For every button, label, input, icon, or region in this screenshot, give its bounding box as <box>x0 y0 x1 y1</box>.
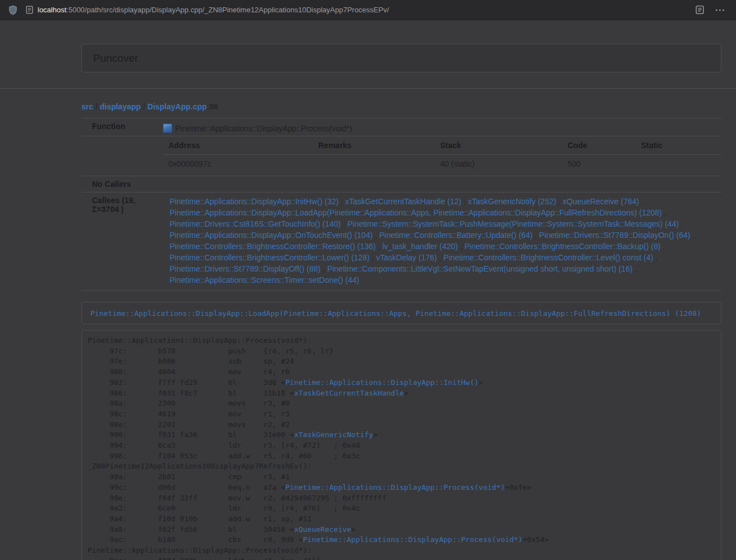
code-line: 986: f031 f8c7 bl 31b18 <xTaskGetCurrent… <box>88 388 715 399</box>
remarks-value <box>313 155 435 176</box>
code-line: _ZN8Pinetime12Applications10DisplayApp7R… <box>88 461 715 472</box>
callee-separator: , <box>653 253 657 262</box>
shield-icon[interactable] <box>8 5 18 15</box>
callee-separator: , <box>639 197 643 206</box>
callee-link[interactable]: Pinetime::Drivers::Cst816S::GetTouchInfo… <box>170 219 341 228</box>
breadcrumb: src / displayapp / DisplayApp.cpp:86 <box>81 102 736 111</box>
breadcrumb-link-displayapp[interactable]: displayapp <box>100 102 141 111</box>
callees-row: Callees (19, Σ=3704 ) Pinetime::Applicat… <box>81 192 721 291</box>
callee-link[interactable]: lv_task_handler (420) <box>382 242 458 251</box>
code-line: Pinetime::Applications::DisplayApp::Proc… <box>88 336 715 346</box>
code-symbol-link[interactable]: xTaskGetCurrentTaskHandle <box>294 389 404 397</box>
callee-link[interactable]: Pinetime::Controllers::Battery::Update()… <box>380 231 533 240</box>
callee-separator: , <box>321 264 327 273</box>
callee-separator: , <box>376 242 382 251</box>
callee-separator: , <box>373 231 380 240</box>
url-path: :5000/path/src/displayapp/DisplayApp.cpp… <box>66 6 389 14</box>
function-name: Pinetime::Applications::DisplayApp::Proc… <box>175 124 352 133</box>
function-row: Function Pinetime::Applications::Display… <box>81 118 721 136</box>
callee-link[interactable]: xTaskGenericNotify (252) <box>468 197 556 206</box>
reader-mode-icon[interactable] <box>695 5 705 15</box>
breadcrumb-separator: / <box>93 102 100 111</box>
highlight-panel: Pinetime::Applications::DisplayApp::Load… <box>81 302 721 324</box>
url-host: localhost <box>38 6 66 14</box>
code-line: 98a: 2300 movs r3, #0 <box>88 398 715 409</box>
callee-link[interactable]: Pinetime::Components::LittleVgl::SetNewT… <box>327 264 633 273</box>
code-symbol-link[interactable]: Pinetime::Applications::DisplayApp::Proc… <box>303 535 523 544</box>
code-line: 994: 6ca3 ldr r3, [r4, #72] ; 0x48 <box>88 440 715 451</box>
callee-link[interactable]: xQueueReceive (764) <box>563 197 639 206</box>
no-callers-row: No Callers <box>81 176 721 192</box>
browser-toolbar: localhost:5000/path/src/displayapp/Displ… <box>0 0 736 20</box>
page-title: Puncover <box>93 52 138 65</box>
code-line: 9a2: 6ce0 ldr r0, [r4, #76] ; 0x4c <box>88 503 715 514</box>
code-line: 982: f7ff fd29 bl 3d8 <Pinetime::Applica… <box>88 378 715 388</box>
callee-separator: , <box>369 253 376 262</box>
callee-link[interactable]: vTaskDelay (176) <box>376 253 437 262</box>
code-line: 9a8: f02f fd56 bl 30458 <xQueueReceive> <box>88 525 715 535</box>
callee-link[interactable]: xTaskGetCurrentTaskHandle (12) <box>345 197 461 206</box>
code-symbol-link[interactable]: xTaskGenericNotify <box>294 430 373 439</box>
code-line: 97e: b086 sub sp, #24 <box>88 356 715 367</box>
code-line: 99a: 2b01 cmp r3, #1 <box>88 472 715 483</box>
code-line: 99e: f04f 32ff mov.w r2, #4294967295 ; 0… <box>88 493 715 504</box>
address-bar[interactable]: localhost:5000/path/src/displayapp/Displ… <box>26 6 687 14</box>
callee-separator: , <box>691 231 695 240</box>
url-text: localhost:5000/path/src/displayapp/Displ… <box>38 6 389 14</box>
callees-label: Callees (19, Σ=3704 ) <box>81 192 163 291</box>
code-symbol-link[interactable]: Pinetime::Applications::DisplayApp::Init… <box>285 378 478 387</box>
code-line: 980: 4604 mov r4, r0 <box>88 367 715 378</box>
callee-link[interactable]: Pinetime::Applications::Screens::Timer::… <box>170 276 359 284</box>
code-line: 9a4: f10d 010b add.w r1, sp, #11 <box>88 514 715 525</box>
callee-separator: , <box>533 231 540 240</box>
breadcrumb-link-src[interactable]: src <box>81 102 93 111</box>
function-table: Function Pinetime::Applications::Display… <box>81 118 721 291</box>
code-line: 990: f031 fa36 bl 31e00 <xTaskGenericNot… <box>88 430 715 440</box>
callee-separator: , <box>556 197 563 206</box>
callee-separator: , <box>437 253 444 262</box>
divider <box>0 88 736 89</box>
column-remarks: Remarks <box>313 136 435 155</box>
callee-link[interactable]: Pinetime::Controllers::BrightnessControl… <box>444 253 653 262</box>
callee-link[interactable]: Pinetime::Drivers::St7789::DisplayOn() (… <box>539 231 690 240</box>
callee-link[interactable]: Pinetime::Controllers::BrightnessControl… <box>464 242 660 251</box>
code-symbol-link[interactable]: xQueueReceive <box>294 525 351 534</box>
code-line: 996: f104 053c add.w r5, r4, #60 ; 0x3c <box>88 451 715 462</box>
metrics-values-row: 0x0000097c 40 (static) 500 <box>163 155 721 176</box>
callee-link[interactable]: Pinetime::Controllers::BrightnessControl… <box>170 253 369 262</box>
code-line: Pinetime::Applications::DisplayApp::Proc… <box>88 545 715 556</box>
breadcrumb-link-file[interactable]: DisplayApp.cpp <box>148 102 207 111</box>
symbol-type-icon <box>163 123 172 133</box>
callee-link[interactable]: Pinetime::Applications::DisplayApp::Init… <box>170 197 339 206</box>
page-icon <box>26 6 33 14</box>
callee-link[interactable]: Pinetime::Applications::DisplayApp::OnTo… <box>170 231 373 240</box>
function-label: Function <box>81 118 163 136</box>
column-static: Static <box>636 136 721 155</box>
callees-list: Pinetime::Applications::DisplayApp::Init… <box>163 192 721 291</box>
code-symbol-link[interactable]: Pinetime::Applications::DisplayApp::Proc… <box>285 483 505 492</box>
more-button[interactable]: ⋯ <box>715 4 726 15</box>
column-stack: Stack <box>435 136 562 155</box>
code-line: 9ae: f89d 300b ldrb.w r3, [sp, #11] <box>88 556 715 560</box>
code-line: 9ac: b180 cbz r0, 9d0 <Pinetime::Applica… <box>88 535 715 545</box>
address-value: 0x0000097c <box>163 155 313 176</box>
breadcrumb-separator: / <box>141 102 148 111</box>
column-code: Code <box>562 136 636 155</box>
callee-link[interactable]: Pinetime::System::SystemTask::PushMessag… <box>348 219 679 228</box>
callee-separator: , <box>339 197 345 206</box>
no-callers-label: No Callers <box>81 176 163 192</box>
callee-separator: , <box>633 264 637 273</box>
code-line: 98c: 4619 mov r1, r3 <box>88 409 715 420</box>
disassembly-code: Pinetime::Applications::DisplayApp::Proc… <box>81 330 721 560</box>
callee-separator: , <box>341 219 348 228</box>
callee-separator: , <box>458 242 465 251</box>
metrics-row: Address Remarks Stack Code Static 0x0000… <box>81 136 721 176</box>
callee-separator: , <box>461 197 468 206</box>
stack-value: 40 (static) <box>435 155 562 176</box>
callee-separator: , <box>662 208 666 217</box>
highlighted-symbol-link[interactable]: Pinetime::Applications::DisplayApp::Load… <box>90 309 701 318</box>
callee-link[interactable]: Pinetime::Controllers::BrightnessControl… <box>170 242 376 251</box>
code-line: 97c: b570 push {r4, r5, r6, lr} <box>88 346 715 357</box>
callee-link[interactable]: Pinetime::Applications::DisplayApp::Load… <box>170 208 662 217</box>
callee-link[interactable]: Pinetime::Drivers::St7789::DisplayOff() … <box>170 264 321 273</box>
